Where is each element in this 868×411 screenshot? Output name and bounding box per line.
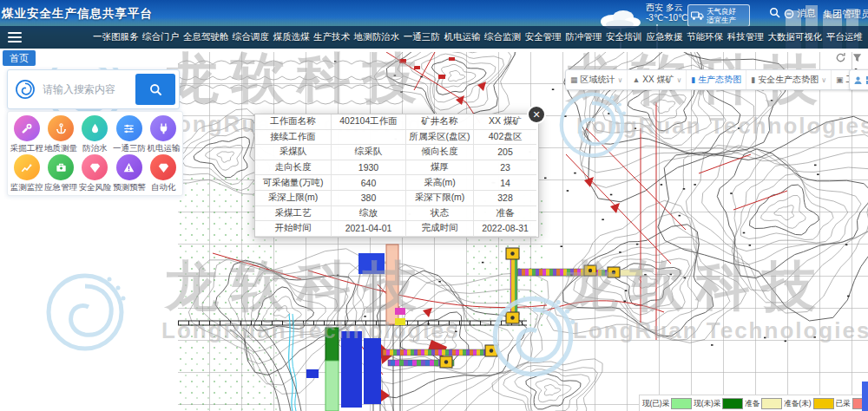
- popup-label: 走向长度: [255, 160, 332, 176]
- droplet-icon: [82, 115, 108, 141]
- nav-item-6[interactable]: 地测防治水: [354, 31, 400, 43]
- legend-item: 准备: [745, 398, 782, 409]
- search-icon[interactable]: [769, 7, 780, 18]
- user-view-icon[interactable]: [853, 75, 863, 85]
- close-icon[interactable]: ✕: [529, 107, 544, 122]
- longruan-logo-watermark: [42, 269, 128, 356]
- briefcase-icon: [48, 154, 74, 180]
- app-ventilation[interactable]: 一通三防: [112, 115, 146, 154]
- gem-icon: [150, 154, 176, 180]
- legend-swatch: [722, 398, 743, 409]
- plug-icon: [150, 115, 176, 141]
- app-forecast-warning[interactable]: 预测预警: [112, 154, 146, 193]
- weather-status-badge: 天气良好 适宜生产: [687, 4, 750, 27]
- popup-value: 328: [474, 191, 536, 206]
- chart-icon: [14, 154, 40, 180]
- popup-value: XX 煤矿: [474, 114, 536, 130]
- search-input[interactable]: [41, 82, 135, 96]
- user-menu[interactable]: 集团管理员: [823, 8, 868, 21]
- toolbox-icon: ▣: [836, 75, 844, 84]
- nav-item-7[interactable]: 一通三防: [404, 31, 440, 43]
- refresh-icon[interactable]: [835, 52, 846, 63]
- search-icon: [149, 83, 162, 96]
- popup-value: 205: [474, 145, 536, 160]
- page-title: 煤业安全生产信息共享平台: [2, 6, 153, 22]
- safety-situation-button[interactable]: ▮ 安全生产态势图 ∨: [746, 70, 831, 89]
- app-mining-engineering[interactable]: 采掘工程: [10, 115, 43, 154]
- map-mini-toolbar: [849, 69, 868, 90]
- map-edge-marker: [862, 382, 868, 411]
- message-icon: [784, 9, 794, 19]
- popup-label: 采深下限(m): [406, 191, 474, 206]
- nav-item-17[interactable]: 平台运维: [826, 31, 863, 43]
- nav-item-0[interactable]: 一张图服务: [93, 31, 139, 43]
- popup-value: 23: [474, 160, 536, 176]
- legend-item: 现(已)采: [642, 398, 692, 409]
- popup-label: 接续工作面: [255, 130, 332, 146]
- app-electromechanical[interactable]: 机电运输: [147, 115, 181, 154]
- map-toolbar: ▦ 区域统计 ∨ ▲ XX 煤矿 ∨ ▮ 生产态势图 ▮ 安全生产态势图 ∨ ▣…: [565, 69, 868, 90]
- mountain-icon: ▲: [632, 75, 640, 84]
- nav-item-10[interactable]: 安全管理: [525, 31, 562, 43]
- app-emergency[interactable]: 应急管理: [43, 154, 77, 193]
- popup-label: 可采储量(万吨): [255, 175, 332, 191]
- nav-item-15[interactable]: 科技管理: [727, 31, 764, 43]
- popup-value: 综采队: [332, 145, 406, 160]
- nav-item-5[interactable]: 生产技术: [313, 31, 350, 43]
- weather-text: 西安 多云 -3℃~10℃: [646, 3, 687, 23]
- mine-select-button[interactable]: ▲ XX 煤矿 ∨: [627, 70, 686, 89]
- popup-label: 所属采区(盘区): [406, 130, 474, 146]
- popup-label: 采深上限(m): [255, 191, 332, 206]
- nav-item-8[interactable]: 机电运输: [444, 31, 480, 43]
- nav-item-11[interactable]: 防冲管理: [565, 31, 602, 43]
- region-stats-button[interactable]: ▦ 区域统计 ∨: [566, 70, 627, 89]
- search-button[interactable]: [135, 74, 175, 105]
- workface-info-popup: 工作面名称 402104工作面 矿井名称 XX 煤矿 接续工作面 所属采区(盘区…: [254, 114, 539, 238]
- app-water-control[interactable]: 防治水: [78, 115, 112, 154]
- popup-label: 煤厚: [406, 160, 474, 176]
- popup-label: 采高(m): [406, 175, 474, 191]
- production-situation-button[interactable]: ▮ 生产态势图: [686, 70, 746, 89]
- nav-item-1[interactable]: 综合门户: [142, 31, 179, 43]
- anchor-icon: [48, 115, 74, 141]
- filter-icon[interactable]: [852, 52, 863, 63]
- popup-value: [332, 130, 406, 146]
- nav-item-16[interactable]: 大数据可视化: [767, 31, 822, 43]
- grid-icon: ▦: [570, 75, 578, 84]
- nav-item-2[interactable]: 全息驾驶舱: [183, 31, 229, 43]
- nav-item-9[interactable]: 综合监测: [484, 31, 521, 43]
- popup-value: 402104工作面: [332, 114, 406, 130]
- popup-label: 倾向长度: [406, 145, 474, 160]
- legend-swatch: [761, 398, 782, 409]
- app-automation[interactable]: 自动化: [147, 154, 181, 193]
- popup-value: 380: [332, 191, 406, 206]
- popup-label: 完成时间: [406, 221, 474, 237]
- nav-item-12[interactable]: 安全培训: [606, 31, 642, 43]
- nav-item-13[interactable]: 应急救援: [646, 31, 682, 43]
- app-geological-survey[interactable]: 地质测量: [43, 115, 77, 154]
- popup-label: 矿井名称: [406, 114, 474, 130]
- nav-item-4[interactable]: 煤质选煤: [273, 31, 309, 43]
- legend-swatch: [813, 398, 834, 409]
- popup-label: 采煤工艺: [255, 206, 332, 222]
- app-grid: 采掘工程 地质测量 防治水 一通三防 机电运输 监测监控 应急管理 安全风险: [7, 111, 183, 196]
- menu-icon[interactable]: [8, 29, 22, 45]
- warning-icon: [116, 154, 142, 180]
- app-safety-risk[interactable]: 安全风险: [78, 154, 112, 193]
- popup-value: 14: [474, 175, 536, 191]
- popup-value: 402盘区: [474, 130, 536, 146]
- tab-home[interactable]: 首页: [3, 50, 36, 66]
- nav-item-list: 一张图服务 综合门户 全息驾驶舱 综合调度 煤质选煤 生产技术 地测防治水 一通…: [93, 31, 863, 43]
- nav-item-14[interactable]: 节能环保: [687, 31, 723, 43]
- bar-chart-icon: ▮: [751, 75, 755, 84]
- nav-item-3[interactable]: 综合调度: [233, 31, 269, 43]
- popup-value: 2021-04-01: [332, 221, 406, 237]
- popup-value: 640: [332, 175, 406, 191]
- popup-value: 1930: [332, 160, 406, 176]
- messages-button[interactable]: 消息: [784, 7, 816, 20]
- legend-item: 准备(未): [784, 398, 833, 409]
- popup-value: 准备: [474, 206, 536, 222]
- app-monitoring[interactable]: 监测监控: [10, 154, 43, 193]
- longruan-logo-icon: [15, 79, 36, 100]
- popup-label: 状态: [406, 206, 474, 222]
